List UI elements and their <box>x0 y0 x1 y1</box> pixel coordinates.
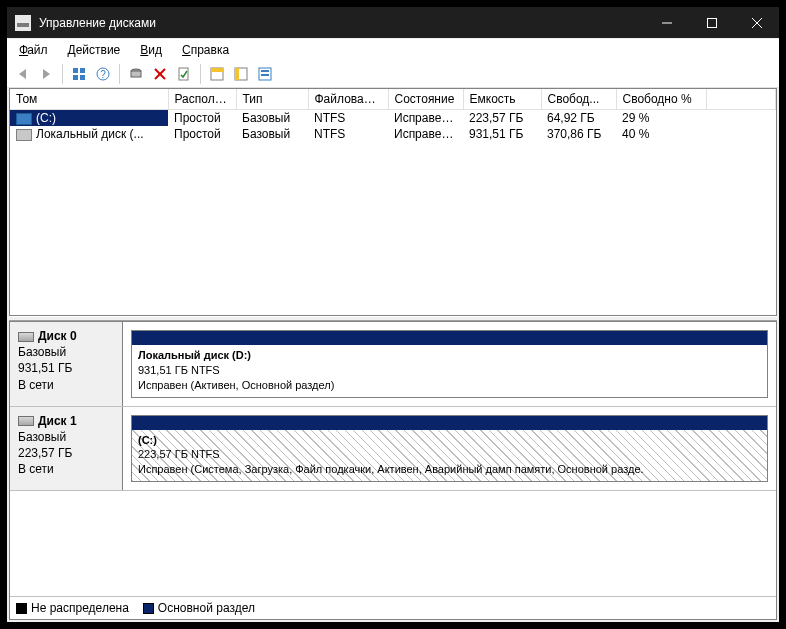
menu-file-label: Файлайл <box>27 43 47 57</box>
volume-icon <box>16 129 32 141</box>
col-layout[interactable]: Располо... <box>168 89 236 110</box>
disk-mgmt-icon <box>15 15 31 31</box>
svg-rect-1 <box>707 18 716 27</box>
partition-title: (C:) <box>138 433 761 448</box>
partition-header <box>132 416 767 430</box>
disk-row[interactable]: Диск 1 Базовый 223,57 ГБ В сети (C:) 223… <box>10 407 776 492</box>
swatch-unalloc-icon <box>16 603 27 614</box>
separator <box>62 64 63 84</box>
partition-header <box>132 331 767 345</box>
action-button[interactable] <box>125 63 147 85</box>
partition-box[interactable]: Локальный диск (D:) 931,51 ГБ NTFS Испра… <box>131 330 768 398</box>
partition-box[interactable]: (C:) 223,57 ГБ NTFS Исправен (Система, З… <box>131 415 768 483</box>
view-b-button[interactable] <box>230 63 252 85</box>
grid-icon <box>72 67 86 81</box>
col-spacer <box>706 89 776 110</box>
svg-rect-20 <box>261 70 269 72</box>
svg-rect-6 <box>73 75 78 80</box>
content-area: Том Располо... Тип Файловая с... Состоян… <box>7 88 779 622</box>
col-free[interactable]: Свобод... <box>541 89 616 110</box>
volume-name: Локальный диск (... <box>36 127 144 141</box>
refresh-button[interactable] <box>68 63 90 85</box>
layout-a-icon <box>210 67 224 81</box>
menu-help[interactable]: Справка <box>174 41 237 59</box>
legend-primary: Основной раздел <box>143 601 255 615</box>
disk-row[interactable]: Диск 0 Базовый 931,51 ГБ В сети Локальны… <box>10 322 776 407</box>
disk-name: Диск 1 <box>38 414 77 428</box>
help-button[interactable]: ? <box>92 63 114 85</box>
volume-list-panel[interactable]: Том Располо... Тип Файловая с... Состоян… <box>9 88 777 316</box>
volume-icon <box>16 113 32 125</box>
separator <box>119 64 120 84</box>
props-button[interactable] <box>173 63 195 85</box>
layout-c-icon <box>258 67 272 81</box>
disk-name: Диск 0 <box>38 329 77 343</box>
maximize-button[interactable] <box>689 7 734 38</box>
partition-status: Исправен (Система, Загрузка, Файл подкач… <box>138 462 761 477</box>
partition-title: Локальный диск (D:) <box>138 348 761 363</box>
col-volume[interactable]: Том <box>10 89 168 110</box>
legend: Не распределена Основной раздел <box>10 596 776 619</box>
legend-unalloc: Не распределена <box>16 601 129 615</box>
disk-region-area: (C:) 223,57 ГБ NTFS Исправен (Система, З… <box>123 407 776 491</box>
svg-rect-21 <box>261 74 269 76</box>
spacer <box>10 491 776 521</box>
disk-icon <box>18 416 34 426</box>
menu-file[interactable]: ФФайлайл <box>11 41 56 59</box>
table-row[interactable]: Локальный диск (... Простой Базовый NTFS… <box>10 126 776 142</box>
partition-size: 931,51 ГБ NTFS <box>138 363 761 378</box>
svg-rect-11 <box>131 71 141 77</box>
table-row[interactable]: (C:) Простой Базовый NTFS Исправен... 22… <box>10 110 776 127</box>
separator <box>200 64 201 84</box>
disk-region-area: Локальный диск (D:) 931,51 ГБ NTFS Испра… <box>123 322 776 406</box>
menu-action[interactable]: Действие <box>60 41 129 59</box>
help-icon: ? <box>96 67 110 81</box>
volume-table: Том Располо... Тип Файловая с... Состоян… <box>10 89 776 142</box>
close-button[interactable] <box>734 7 779 38</box>
partition-status: Исправен (Активен, Основной раздел) <box>138 378 761 393</box>
col-status[interactable]: Состояние <box>388 89 463 110</box>
delete-button[interactable] <box>149 63 171 85</box>
nav-forward-button[interactable] <box>35 63 57 85</box>
disk-info: Диск 0 Базовый 931,51 ГБ В сети <box>10 322 123 406</box>
svg-rect-14 <box>179 68 188 80</box>
cylinder-icon <box>129 67 143 81</box>
view-c-button[interactable] <box>254 63 276 85</box>
col-freepct[interactable]: Свободно % <box>616 89 706 110</box>
svg-rect-7 <box>80 75 85 80</box>
col-capacity[interactable]: Емкость <box>463 89 541 110</box>
partition-size: 223,57 ГБ NTFS <box>138 447 761 462</box>
x-icon <box>153 67 167 81</box>
svg-rect-4 <box>73 68 78 73</box>
col-type[interactable]: Тип <box>236 89 308 110</box>
col-fs[interactable]: Файловая с... <box>308 89 388 110</box>
swatch-primary-icon <box>143 603 154 614</box>
disk-map-panel: Диск 0 Базовый 931,51 ГБ В сети Локальны… <box>9 321 777 620</box>
svg-rect-18 <box>235 68 239 80</box>
menubar: ФФайлайл Действие Вид Справка <box>7 38 779 61</box>
menu-view[interactable]: Вид <box>132 41 170 59</box>
nav-back-button[interactable] <box>11 63 33 85</box>
window: Управление дисками ФФайлайл Действие Вид… <box>6 6 780 623</box>
disk-info: Диск 1 Базовый 223,57 ГБ В сети <box>10 407 123 491</box>
svg-rect-5 <box>80 68 85 73</box>
layout-b-icon <box>234 67 248 81</box>
toolbar: ? <box>7 61 779 88</box>
titlebar[interactable]: Управление дисками <box>7 7 779 38</box>
window-title: Управление дисками <box>39 16 644 30</box>
disk-map-scroll[interactable]: Диск 0 Базовый 931,51 ГБ В сети Локальны… <box>10 322 776 596</box>
svg-rect-16 <box>211 68 223 72</box>
volume-name: (C:) <box>36 111 56 125</box>
view-a-button[interactable] <box>206 63 228 85</box>
sheet-check-icon <box>177 67 191 81</box>
svg-text:?: ? <box>100 69 106 80</box>
minimize-button[interactable] <box>644 7 689 38</box>
disk-icon <box>18 332 34 342</box>
